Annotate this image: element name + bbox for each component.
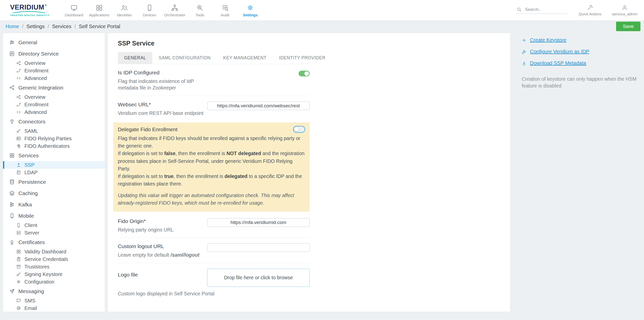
sidebar-item-ldap[interactable]: LDAP: [3, 169, 105, 176]
download-ssp-metadata-link[interactable]: Download SSP Metadata: [522, 60, 638, 66]
nav-item-applications[interactable]: Applications: [87, 4, 112, 17]
sidebar-item-enrollment[interactable]: Enrollment: [3, 67, 105, 74]
code-icon: [16, 76, 21, 81]
sidebar-item-mobile[interactable]: Mobile: [3, 210, 105, 221]
nav-item-dashboard[interactable]: Dashboard: [61, 4, 87, 17]
sidebar-item-fido-authenticators[interactable]: FIDO Authenticators: [3, 142, 105, 150]
logo-dropzone[interactable]: Drop file here or click to browse: [207, 269, 310, 287]
sidebar-item-advanced[interactable]: Advanced: [3, 108, 105, 116]
custom-logout-url-input[interactable]: [207, 243, 310, 252]
fido-origin-label: Fido Origin*: [118, 218, 173, 224]
user-menu[interactable]: aencica_admin: [612, 5, 637, 16]
tab-identity-provider[interactable]: IDENTITY PROVIDER: [273, 52, 332, 64]
nav-item-tools[interactable]: Tools: [187, 4, 212, 17]
sidebar-item-truststores[interactable]: Truststores: [3, 263, 105, 270]
breadcrumb-services[interactable]: Services: [52, 24, 71, 29]
sidebar-item-certificates[interactable]: Certificates: [3, 237, 105, 248]
mobile-icon: [9, 213, 15, 219]
nav-item-label: Audit: [221, 13, 229, 17]
tab-saml-configuration[interactable]: SAML CONFIGURATION: [152, 52, 217, 64]
logo-file-label: Logo file: [118, 269, 138, 278]
delegate-fido-warning-note: Updating this value will trigger an auto…: [118, 192, 305, 207]
field-text: Fido Origin* Relying party origins URL: [118, 218, 173, 233]
sidebar-item-ssp[interactable]: SSP: [3, 161, 105, 169]
certificate-icon: [9, 239, 15, 245]
sidebar-item-saml[interactable]: SAML: [3, 127, 105, 135]
nav-item-identities[interactable]: Identities: [112, 4, 137, 17]
fido-origin-description: Relying party origins URL: [118, 226, 173, 233]
search-input[interactable]: [524, 7, 565, 12]
field-text: Custom logout URL Leave empty for defaul…: [118, 243, 199, 258]
save-button[interactable]: Save: [616, 22, 640, 31]
breadcrumb-self-service-portal: Self Service Portal: [79, 24, 120, 29]
is-idp-configured-toggle[interactable]: [299, 71, 310, 76]
sidebar-item-fido-relying-parties[interactable]: FIDO Relying Parties: [3, 135, 105, 142]
logo-file-description: Custom logo displayed in Self Service Po…: [118, 290, 310, 297]
sidebar-item-label: FIDO Authenticators: [24, 144, 70, 149]
mobile-icon: [16, 223, 21, 228]
breadcrumb-separator: /: [48, 24, 49, 29]
nav-item-settings[interactable]: Settings: [238, 4, 263, 17]
sidebar-item-service-credentials[interactable]: Service Credentials: [3, 255, 105, 263]
sidebar-item-validity-dashboard[interactable]: Validity Dashboard: [3, 248, 105, 255]
breadcrumb-home[interactable]: Home: [6, 24, 19, 29]
sidebar-item-label: Mobile: [18, 213, 34, 219]
sidebar-item-sms[interactable]: SMS: [3, 297, 105, 304]
websec-url-input[interactable]: [207, 102, 310, 110]
custom-logout-url-label: Custom logout URL: [118, 243, 199, 249]
sidebar-item-kafka[interactable]: Kafka: [3, 199, 105, 210]
fido-origin-input[interactable]: [207, 218, 310, 227]
sidebar-item-email[interactable]: Email: [3, 304, 105, 312]
tab-general[interactable]: GENERAL: [118, 52, 152, 64]
delegate-fido-description: Flag that indicates if FIDO keys should …: [118, 134, 305, 188]
sidebar-item-server[interactable]: Server: [3, 229, 105, 237]
sidebar-item-label: Certificates: [18, 240, 45, 245]
key-icon: [16, 128, 21, 133]
sidebar-item-messaging[interactable]: Messaging: [3, 286, 105, 297]
configure-veridium-as-idp-link[interactable]: Configure Veridium as IDP: [522, 49, 638, 55]
sidebar-item-client[interactable]: Client: [3, 221, 105, 229]
sidebar-item-directory-service[interactable]: Directory Service: [3, 48, 105, 59]
brand-tagline: TRUSTED DIGITAL IDENTITY: [10, 14, 58, 17]
sidebar-item-label: Service Credentials: [24, 257, 68, 262]
sidebar-item-overview[interactable]: Overview: [3, 93, 105, 101]
sidebar-item-caching[interactable]: Caching: [3, 188, 105, 199]
delegate-fido-toggle[interactable]: [294, 126, 305, 132]
layers-icon: [9, 190, 15, 196]
sidebar-item-signing-keystore[interactable]: Signing Keystore: [3, 270, 105, 278]
dropzone-label: Drop file here or click to browse: [224, 275, 293, 281]
nav-item-audit[interactable]: Audit: [212, 4, 238, 17]
nav-item-label: Dashboard: [65, 13, 83, 17]
tab-key-management[interactable]: KEY MANAGEMENT: [217, 52, 273, 64]
idcard-icon: [16, 136, 21, 141]
toggle-knob: [304, 71, 309, 76]
plus-icon: [522, 38, 527, 43]
sidebar-item-generic-integration[interactable]: Generic Integration: [3, 82, 105, 93]
field-row-fido-origin: Fido Origin* Relying party origins URL: [118, 213, 310, 238]
nav-item-orchestrator[interactable]: Orchestrator: [162, 4, 187, 17]
veridium-logo[interactable]: VERIDIUM ® TRUSTED DIGITAL IDENTITY: [10, 4, 58, 17]
monitor-icon: [70, 4, 78, 12]
page-title: SSP Service: [118, 40, 500, 47]
sidebar-item-enrollment[interactable]: Enrollment: [3, 101, 105, 108]
database-icon: [9, 179, 15, 185]
settings-sidebar: GeneralDirectory ServiceOverviewEnrollme…: [3, 33, 105, 312]
keystore-note: Creation of keystore can only happen whe…: [522, 76, 644, 89]
sidebar-item-advanced[interactable]: Advanced: [3, 74, 105, 82]
sidebar-item-overview[interactable]: Overview: [3, 59, 105, 67]
quick-actions-button[interactable]: Quick Actions: [579, 5, 601, 16]
sidebar-item-connectors[interactable]: Connectors: [3, 116, 105, 127]
sidebar-item-configuration[interactable]: Configuration: [3, 278, 105, 286]
sidebar-item-label: Client: [24, 223, 37, 228]
sidebar-item-label: SAML: [24, 128, 38, 133]
create-keystore-link[interactable]: Create Keystore: [522, 37, 638, 43]
key-icon: [16, 272, 21, 277]
breadcrumb-settings[interactable]: Settings: [26, 24, 45, 29]
nav-item-label: Settings: [243, 13, 258, 17]
nav-item-devices[interactable]: Devices: [137, 4, 162, 17]
sidebar-item-services[interactable]: Services: [3, 150, 105, 161]
sidebar-item-general[interactable]: General: [3, 37, 105, 48]
sidebar-item-persistence[interactable]: Persistence: [3, 176, 105, 188]
sidebar-item-label: Email: [24, 306, 37, 311]
sidebar-item-label: General: [18, 40, 37, 45]
